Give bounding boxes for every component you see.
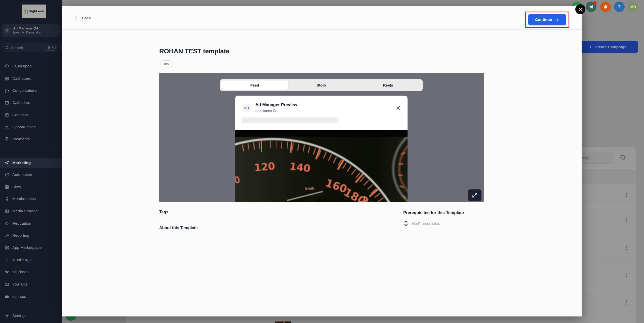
- avatar-initials: MD: [630, 5, 636, 9]
- sidebar-search-input[interactable]: Search ⌘ K: [2, 43, 58, 52]
- ad-text-skeleton: [242, 117, 338, 123]
- ad-preview-panel: FeedStoryReels AD Ad Manager Preview Spo…: [159, 73, 484, 202]
- sidebar-item-contacts[interactable]: Contacts: [0, 110, 62, 120]
- sidebar-item-app-marketplace[interactable]: App Marketplace: [0, 243, 62, 253]
- highlevel-logo: HighLevel: [22, 5, 46, 18]
- sidebar-item-opportunities[interactable]: Opportunities: [0, 122, 62, 132]
- logo-text: HighLevel: [29, 9, 44, 13]
- sidebar-item-label: Mobile App: [12, 258, 32, 262]
- modal-close-button[interactable]: [575, 4, 585, 14]
- sidebar-item-label: Sites: [12, 185, 21, 189]
- user-avatar[interactable]: MD: [628, 2, 638, 12]
- sidebar-item-sandrooo[interactable]: sandrooo: [0, 267, 62, 277]
- sidebar-item-label: Conversations: [12, 88, 37, 93]
- settings-icon: [5, 313, 9, 318]
- ad-creative-image: 120140160180200220 0 km/h: [235, 130, 408, 202]
- expand-icon: [472, 192, 477, 198]
- search-icon: [5, 46, 9, 50]
- search-placeholder: Search: [11, 46, 46, 50]
- row-kebab-menu-icon[interactable]: [625, 217, 628, 224]
- whats-new-megaphone-icon[interactable]: [586, 2, 596, 12]
- reporting-icon: [5, 233, 9, 238]
- sidebar-item-label: Reporting: [12, 233, 29, 238]
- chevron-left-icon: [74, 16, 78, 20]
- memberships-icon: [5, 196, 9, 201]
- sidebar-item-mobile-app[interactable]: Mobile App: [0, 255, 62, 265]
- expand-preview-button[interactable]: [468, 189, 481, 201]
- sidebar-item-label: Launchpad: [12, 64, 32, 68]
- sidebar-item-label: Contacts: [12, 113, 28, 117]
- continue-label: Continue: [535, 17, 552, 22]
- ad-close-icon[interactable]: [396, 105, 401, 110]
- ad-avatar: AD: [242, 103, 251, 112]
- close-icon: [578, 7, 583, 12]
- prerequisites-empty-row: No Prerequisites: [403, 221, 440, 226]
- account-name: Ad Manager QA: [13, 26, 41, 30]
- sidebar-item-media-storage[interactable]: Media Storage: [0, 206, 62, 216]
- globe-icon: [273, 109, 276, 112]
- sidebar-item-dashboard[interactable]: Dashboard: [0, 73, 62, 84]
- speedo-number: 120: [254, 160, 275, 174]
- sidebar-item-youtube[interactable]: YouTube: [0, 279, 62, 289]
- row-kebab-menu-icon[interactable]: [625, 192, 628, 198]
- screen: HighLevel Ad Manager QA fake city, Karna…: [0, 0, 644, 323]
- sidebar-item-label: Marketing: [12, 160, 31, 165]
- mobile-icon: [5, 258, 9, 262]
- sidebar-item-label: Settings: [12, 313, 26, 318]
- highlevel-arrows-icon: [24, 9, 28, 14]
- sidebar-divider: [3, 306, 60, 306]
- sidebar-item-conversations[interactable]: Conversations: [0, 86, 62, 96]
- no-prerequisites-label: No Prerequisites: [412, 221, 440, 226]
- back-label: Back: [82, 16, 91, 20]
- help-question-mark: ?: [618, 4, 621, 10]
- account-location: fake city, Karnataka: [13, 31, 41, 34]
- tab-reels[interactable]: Reels: [355, 80, 421, 90]
- sidebar-item-label: Calendars: [12, 100, 30, 105]
- sidebar-item-memberships[interactable]: Memberships: [0, 194, 62, 204]
- search-shortcut-badge: ⌘ K: [46, 45, 56, 51]
- create-campaign-button[interactable]: + Create Campaign: [578, 41, 638, 53]
- contacts-icon: [5, 113, 9, 117]
- sidebar-item-reporting[interactable]: Reporting: [0, 230, 62, 240]
- back-button[interactable]: Back: [74, 6, 91, 30]
- sidebar: HighLevel Ad Manager QA fake city, Karna…: [0, 0, 62, 323]
- row-kebab-menu-icon[interactable]: [625, 299, 628, 306]
- reputation-icon: [5, 221, 9, 226]
- sidebar-item-settings[interactable]: Settings: [0, 311, 62, 321]
- sidebar-item-sites[interactable]: Sites: [0, 182, 62, 192]
- sidebar-item-marketing[interactable]: Marketing: [0, 158, 62, 168]
- campaign-thumbnail: [275, 321, 291, 323]
- notifications-bell-icon[interactable]: [600, 2, 611, 12]
- launchpad-icon: [5, 64, 9, 69]
- sites-icon: [5, 185, 9, 189]
- refresh-icon[interactable]: [620, 154, 626, 161]
- sidebar-divider: [3, 151, 60, 151]
- sponsored-label: Sponsored: [255, 109, 272, 113]
- tab-story[interactable]: Story: [288, 80, 355, 90]
- preview-tabbar: FeedStoryReels: [220, 79, 423, 91]
- sidebar-item-label: Media Storage: [12, 209, 38, 213]
- help-icon[interactable]: ?: [614, 2, 625, 12]
- template-tag-badge: Test: [160, 60, 173, 67]
- prerequisites-heading: Prerequisites for this Template: [403, 210, 464, 215]
- sidebar-item-automation[interactable]: Automation: [0, 170, 62, 180]
- continue-button[interactable]: Continue: [528, 14, 566, 25]
- row-kebab-menu-icon[interactable]: [625, 272, 628, 278]
- modal-header: Back Continue: [62, 6, 582, 30]
- tags-heading: Tags: [159, 210, 168, 214]
- sidebar-item-reputation[interactable]: Reputation: [0, 218, 62, 228]
- template-title: ROHAN TEST template: [159, 47, 229, 55]
- calendar-icon: [5, 100, 9, 105]
- sidebar-item-courses[interactable]: courses: [0, 292, 62, 302]
- sidebar-item-payments[interactable]: Payments: [0, 134, 62, 144]
- ad-card-title: Ad Manager Preview: [255, 102, 297, 107]
- sidebar-item-calendars[interactable]: Calendars: [0, 98, 62, 108]
- tab-feed[interactable]: Feed: [221, 80, 288, 90]
- notification-dot: [593, 1, 597, 5]
- row-kebab-menu-icon[interactable]: [625, 244, 628, 251]
- account-switcher[interactable]: Ad Manager QA fake city, Karnataka: [2, 24, 60, 37]
- automation-icon: [5, 172, 9, 177]
- location-pin-icon: [4, 27, 11, 34]
- sidebar-item-launchpad[interactable]: Launchpad: [0, 61, 62, 71]
- plus-icon: +: [589, 44, 592, 50]
